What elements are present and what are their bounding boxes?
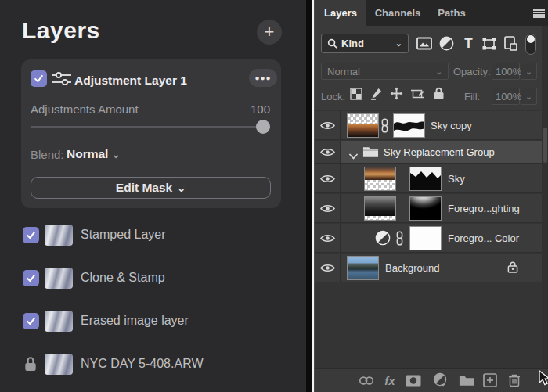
chevron-down-icon: ⌄ bbox=[112, 149, 121, 160]
tab-layers[interactable]: Layers bbox=[315, 0, 366, 26]
blend-mode-dropdown[interactable]: Normal ⌄ bbox=[321, 63, 449, 80]
layer-row-sky-copy[interactable]: Sky copy bbox=[315, 111, 548, 140]
layer-name: Clone & Stamp bbox=[81, 271, 165, 285]
panel-menu-icon[interactable] bbox=[533, 9, 545, 18]
layer-row-clone-stamp[interactable]: Clone & Stamp bbox=[0, 264, 306, 293]
lock-label: Lock: bbox=[321, 91, 345, 102]
filter-kind-dropdown[interactable]: Kind ⌄ bbox=[321, 34, 409, 53]
fill-value-field[interactable]: 100% bbox=[492, 88, 520, 105]
layer-row-foreground-color[interactable]: Foregro... Color bbox=[315, 224, 548, 253]
layer-visibility-checkbox[interactable] bbox=[23, 313, 39, 329]
layer-effects-icon[interactable]: fx bbox=[382, 372, 398, 388]
layer-name: Erased image layer bbox=[81, 314, 189, 328]
ellipsis-icon: ●●● bbox=[254, 74, 271, 82]
amount-slider-track[interactable] bbox=[31, 126, 270, 128]
new-group-icon[interactable] bbox=[459, 372, 474, 388]
new-layer-icon[interactable] bbox=[482, 372, 498, 388]
link-layers-icon[interactable] bbox=[359, 372, 374, 388]
layer-name: Stamped Layer bbox=[81, 228, 166, 242]
layer-thumbnail[interactable] bbox=[347, 256, 379, 280]
adjustment-layer-card: Adjustment Layer 1 ●●● Adjustments Amoun… bbox=[21, 59, 281, 208]
chevron-down-icon: ⌄ bbox=[436, 67, 442, 76]
edit-mask-button[interactable]: Edit Mask ⌄ bbox=[31, 177, 271, 199]
layer-mask-thumbnail[interactable] bbox=[393, 113, 425, 138]
add-mask-icon[interactable] bbox=[406, 372, 421, 388]
fill-chevron-button[interactable]: ⌄ bbox=[521, 88, 537, 105]
layer-mask-thumbnail[interactable] bbox=[409, 226, 442, 250]
mask-link-icon[interactable] bbox=[380, 118, 389, 136]
check-icon bbox=[33, 73, 45, 85]
adjustment-layers-filter-icon[interactable] bbox=[438, 35, 455, 52]
lock-all-icon[interactable] bbox=[433, 87, 445, 103]
adjustments-amount-value: 100 bbox=[240, 102, 270, 116]
new-adjustment-layer-icon[interactable] bbox=[433, 372, 449, 388]
filter-toggle-switch[interactable] bbox=[525, 34, 536, 55]
layer-thumbnail[interactable] bbox=[364, 167, 396, 191]
visibility-toggle[interactable] bbox=[315, 111, 341, 139]
tab-channels[interactable]: Channels bbox=[366, 0, 429, 26]
type-layers-filter-icon[interactable]: T bbox=[460, 35, 477, 52]
eye-icon bbox=[320, 233, 335, 243]
blend-mode-value: Normal bbox=[327, 66, 360, 77]
background-lock-icon[interactable] bbox=[507, 261, 518, 277]
shape-layers-filter-icon[interactable] bbox=[481, 35, 497, 52]
sliders-icon bbox=[52, 70, 71, 90]
layer-name: Sky Replacement Group bbox=[384, 146, 495, 158]
visibility-toggle[interactable] bbox=[315, 224, 341, 252]
layer-mask-thumbnail[interactable] bbox=[409, 167, 442, 191]
tab-paths[interactable]: Paths bbox=[429, 0, 474, 26]
adjustment-layer-visibility-checkbox[interactable] bbox=[31, 70, 47, 87]
adjustment-layer-icon[interactable] bbox=[375, 230, 391, 249]
layer-visibility-checkbox[interactable] bbox=[23, 227, 39, 243]
lock-position-icon[interactable] bbox=[390, 87, 403, 103]
lock-transparent-pixels-icon[interactable] bbox=[350, 88, 362, 103]
layer-row-background[interactable]: Background bbox=[315, 254, 548, 282]
tab-label: Paths bbox=[438, 7, 465, 19]
layer-thumbnail bbox=[45, 268, 73, 289]
layer-name: Foregro... Color bbox=[448, 232, 519, 244]
visibility-toggle[interactable] bbox=[315, 254, 341, 282]
mask-link-icon[interactable] bbox=[395, 231, 404, 249]
opacity-chevron-button[interactable]: ⌄ bbox=[521, 63, 537, 80]
layer-thumbnail[interactable] bbox=[347, 113, 379, 138]
opacity-label: Opacity: bbox=[453, 66, 491, 77]
layer-row-nyc-raw[interactable]: NYC DAY 5-408.ARW bbox=[0, 351, 306, 379]
delete-layer-icon[interactable] bbox=[507, 372, 522, 388]
add-layer-button[interactable]: + bbox=[257, 20, 282, 45]
edit-mask-label: Edit Mask bbox=[116, 181, 172, 195]
check-icon bbox=[25, 315, 37, 327]
layer-list: Sky copy Sky Replacement Group bbox=[315, 110, 548, 368]
visibility-toggle[interactable] bbox=[315, 164, 341, 192]
adjustment-layer-name[interactable]: Adjustment Layer 1 bbox=[74, 74, 187, 88]
group-folder-icon bbox=[362, 146, 379, 161]
layer-row-stamped[interactable]: Stamped Layer bbox=[0, 221, 306, 250]
visibility-toggle[interactable] bbox=[315, 141, 341, 163]
blend-mode-value: Normal bbox=[67, 147, 108, 160]
smart-object-filter-icon[interactable] bbox=[503, 35, 519, 52]
layer-name: Sky copy bbox=[431, 120, 472, 131]
more-options-button[interactable]: ●●● bbox=[249, 69, 277, 87]
layer-row-erased[interactable]: Erased image layer bbox=[0, 307, 306, 336]
group-expand-chevron-icon[interactable] bbox=[349, 149, 358, 163]
layer-thumbnail[interactable] bbox=[364, 196, 396, 221]
scrollbar-thumb[interactable] bbox=[543, 128, 547, 163]
opacity-value-field[interactable]: 100% bbox=[492, 63, 520, 80]
toggle-knob bbox=[527, 35, 535, 43]
layer-row-sky-replacement-group[interactable]: Sky Replacement Group bbox=[315, 141, 548, 164]
pixel-layers-filter-icon[interactable] bbox=[416, 35, 432, 52]
layer-row-sky[interactable]: Sky bbox=[315, 164, 548, 193]
layer-name: Sky bbox=[448, 173, 465, 185]
amount-slider-thumb[interactable] bbox=[256, 120, 270, 134]
layer-visibility-checkbox[interactable] bbox=[23, 270, 39, 286]
layer-name: Foregro...ghting bbox=[448, 203, 520, 214]
visibility-toggle[interactable] bbox=[315, 194, 341, 222]
adjustments-amount-label: Adjustments Amount bbox=[31, 102, 139, 116]
eye-icon bbox=[320, 174, 335, 184]
scrollbar[interactable] bbox=[542, 26, 548, 368]
layer-mask-thumbnail[interactable] bbox=[409, 196, 442, 221]
layer-row-foreground-lighting[interactable]: Foregro...ghting bbox=[315, 194, 548, 223]
lock-image-pixels-icon[interactable] bbox=[370, 88, 382, 103]
blend-mode-dropdown[interactable]: Normal ⌄ bbox=[67, 147, 121, 161]
layer-thumbnail bbox=[45, 225, 73, 246]
lock-artboard-icon[interactable] bbox=[411, 88, 425, 103]
